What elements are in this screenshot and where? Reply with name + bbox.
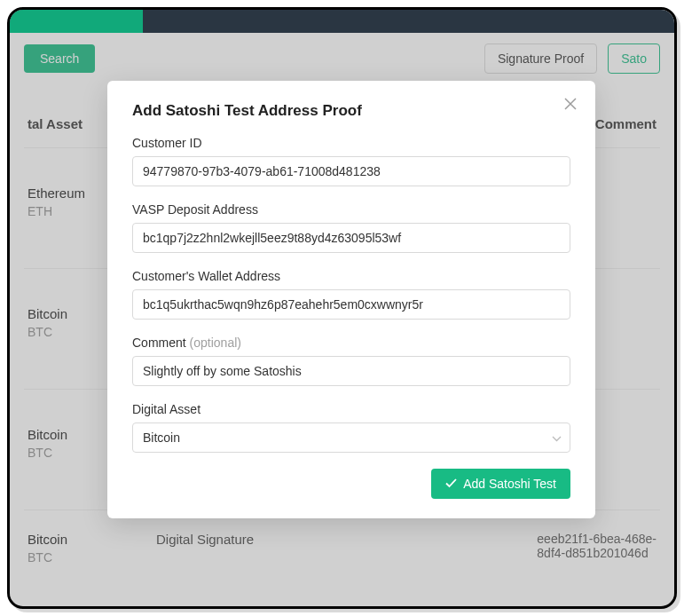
vasp-address-input[interactable] bbox=[132, 223, 570, 253]
top-bar bbox=[10, 10, 674, 33]
add-satoshi-test-button[interactable]: Add Satoshi Test bbox=[431, 469, 570, 499]
comment-input[interactable] bbox=[132, 356, 570, 386]
customer-id-label: Customer ID bbox=[132, 136, 570, 150]
check-icon bbox=[445, 477, 457, 491]
top-bar-accent bbox=[10, 10, 143, 33]
vasp-address-label: VASP Deposit Address bbox=[132, 202, 570, 217]
close-icon[interactable] bbox=[562, 95, 579, 113]
customer-id-input[interactable] bbox=[132, 156, 570, 186]
digital-asset-label: Digital Asset bbox=[132, 402, 570, 416]
add-satoshi-test-modal: Add Satoshi Test Address Proof Customer … bbox=[107, 81, 595, 518]
wallet-address-label: Customer's Wallet Address bbox=[132, 269, 570, 283]
comment-label: Comment (optional) bbox=[132, 336, 570, 350]
modal-title: Add Satoshi Test Address Proof bbox=[132, 102, 570, 120]
wallet-address-input[interactable] bbox=[132, 289, 570, 320]
digital-asset-select[interactable]: Bitcoin bbox=[132, 423, 570, 453]
